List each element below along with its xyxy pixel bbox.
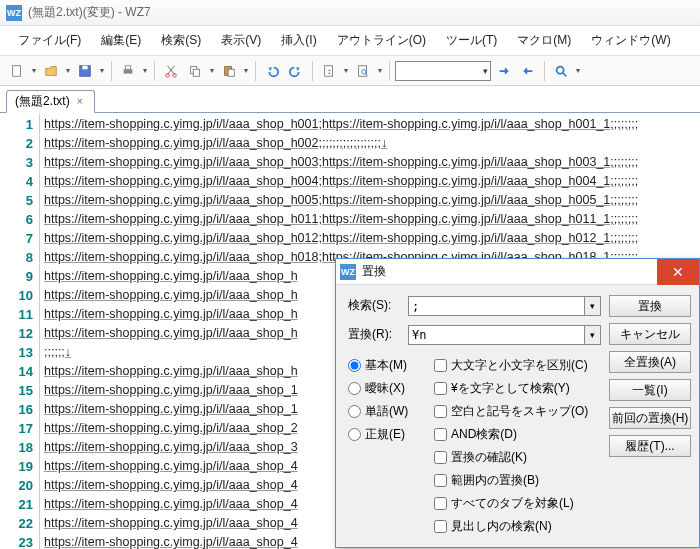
replace-input[interactable]	[408, 325, 585, 345]
find-dropdown[interactable]	[376, 66, 384, 75]
search-label: 検索(S):	[348, 297, 404, 314]
save-icon[interactable]	[74, 60, 96, 82]
check-tabs[interactable]	[434, 497, 447, 510]
radio-word[interactable]	[348, 405, 361, 418]
copy-dropdown[interactable]	[208, 66, 216, 75]
text-line[interactable]: https://item-shopping.c.yimg.jp/i/l/aaa_…	[44, 210, 696, 229]
text-line[interactable]: https://item-shopping.c.yimg.jp/i/l/aaa_…	[44, 172, 696, 191]
radio-regex[interactable]	[348, 428, 361, 441]
text-line[interactable]: https://item-shopping.c.yimg.jp/i/l/aaa_…	[44, 134, 696, 153]
prev-replace-button[interactable]: 前回の置換(H)	[609, 407, 691, 429]
svg-rect-2	[82, 65, 87, 69]
line-number: 6	[0, 210, 33, 229]
check-skip-label: 空白と記号をスキップ(O)	[451, 403, 588, 420]
find-next-icon[interactable]	[493, 60, 515, 82]
dialog-title: 置換	[362, 263, 386, 280]
replace-button[interactable]: 置換	[609, 295, 691, 317]
line-number: 8	[0, 248, 33, 267]
redo-icon[interactable]	[285, 60, 307, 82]
replace-all-button[interactable]: 全置換(A)	[609, 351, 691, 373]
jump-dropdown[interactable]	[342, 66, 350, 75]
text-line[interactable]: https://item-shopping.c.yimg.jp/i/l/aaa_…	[44, 153, 696, 172]
close-icon[interactable]: ✕	[657, 259, 699, 285]
window-title: (無題2.txt)(変更) - WZ7	[28, 4, 151, 21]
grep-icon[interactable]	[550, 60, 572, 82]
check-range[interactable]	[434, 474, 447, 487]
new-dropdown[interactable]	[30, 66, 38, 75]
replace-dialog: WZ 置換 ✕ 検索(S): ▾ 置換(R): ▾ 置換 キャンセル 基本(M)…	[335, 258, 700, 548]
line-number: 2	[0, 134, 33, 153]
svg-rect-4	[125, 65, 130, 69]
line-number: 16	[0, 400, 33, 419]
open-icon[interactable]	[40, 60, 62, 82]
paste-dropdown[interactable]	[242, 66, 250, 75]
svg-rect-10	[228, 69, 234, 76]
menu-window[interactable]: ウィンドウ(W)	[581, 28, 680, 53]
menu-view[interactable]: 表示(V)	[211, 28, 271, 53]
find-prev-icon[interactable]	[517, 60, 539, 82]
cut-icon[interactable]	[160, 60, 182, 82]
menu-file[interactable]: ファイル(F)	[8, 28, 91, 53]
check-confirm-label: 置換の確認(K)	[451, 449, 527, 466]
jump-icon[interactable]	[318, 60, 340, 82]
history-button[interactable]: 履歴(T)...	[609, 435, 691, 457]
menu-edit[interactable]: 編集(E)	[91, 28, 151, 53]
line-number: 9	[0, 267, 33, 286]
cancel-button[interactable]: キャンセル	[609, 323, 691, 345]
line-number: 11	[0, 305, 33, 324]
search-input[interactable]	[408, 296, 585, 316]
line-number: 21	[0, 495, 33, 514]
replace-label: 置換(R):	[348, 326, 404, 343]
check-yen[interactable]	[434, 382, 447, 395]
check-confirm[interactable]	[434, 451, 447, 464]
line-number: 15	[0, 381, 33, 400]
new-icon[interactable]	[6, 60, 28, 82]
menubar: ファイル(F) 編集(E) 検索(S) 表示(V) 挿入(I) アウトライン(O…	[0, 26, 700, 56]
replace-dropdown-icon[interactable]: ▾	[585, 325, 601, 345]
text-line[interactable]: https://item-shopping.c.yimg.jp/i/l/aaa_…	[44, 229, 696, 248]
radio-regex-label: 正規(E)	[365, 426, 405, 443]
line-number: 22	[0, 514, 33, 533]
line-number: 10	[0, 286, 33, 305]
line-number: 18	[0, 438, 33, 457]
line-number: 13	[0, 343, 33, 362]
menu-macro[interactable]: マクロ(M)	[507, 28, 581, 53]
paste-icon[interactable]	[218, 60, 240, 82]
dialog-titlebar[interactable]: WZ 置換 ✕	[336, 259, 699, 285]
line-number: 19	[0, 457, 33, 476]
save-dropdown[interactable]	[98, 66, 106, 75]
list-button[interactable]: 一覧(I)	[609, 379, 691, 401]
tabstrip: (無題2.txt) ×	[0, 86, 700, 113]
find-icon[interactable]	[352, 60, 374, 82]
undo-icon[interactable]	[261, 60, 283, 82]
text-line[interactable]: https://item-shopping.c.yimg.jp/i/l/aaa_…	[44, 115, 696, 134]
check-and-label: AND検索(D)	[451, 426, 517, 443]
print-icon[interactable]	[117, 60, 139, 82]
copy-icon[interactable]	[184, 60, 206, 82]
radio-basic[interactable]	[348, 359, 361, 372]
menu-tool[interactable]: ツール(T)	[436, 28, 507, 53]
search-dropdown-icon[interactable]: ▾	[585, 296, 601, 316]
open-dropdown[interactable]	[64, 66, 72, 75]
svg-rect-0	[13, 65, 21, 76]
menu-search[interactable]: 検索(S)	[151, 28, 211, 53]
check-and[interactable]	[434, 428, 447, 441]
text-line[interactable]: https://item-shopping.c.yimg.jp/i/l/aaa_…	[44, 191, 696, 210]
radio-word-label: 単語(W)	[365, 403, 408, 420]
line-number: 1	[0, 115, 33, 134]
check-case[interactable]	[434, 359, 447, 372]
print-dropdown[interactable]	[141, 66, 149, 75]
check-yen-label: ¥を文字として検索(Y)	[451, 380, 570, 397]
svg-rect-3	[124, 69, 133, 73]
check-heading[interactable]	[434, 520, 447, 533]
check-skip[interactable]	[434, 405, 447, 418]
menu-outline[interactable]: アウトライン(O)	[327, 28, 436, 53]
grep-dropdown[interactable]	[574, 66, 582, 75]
line-number: 4	[0, 172, 33, 191]
menu-insert[interactable]: 挿入(I)	[271, 28, 326, 53]
document-tab[interactable]: (無題2.txt) ×	[6, 90, 95, 113]
toolbar-combo[interactable]	[395, 61, 491, 81]
radio-aimai[interactable]	[348, 382, 361, 395]
dialog-icon: WZ	[340, 264, 356, 280]
close-tab-icon[interactable]: ×	[74, 96, 86, 108]
